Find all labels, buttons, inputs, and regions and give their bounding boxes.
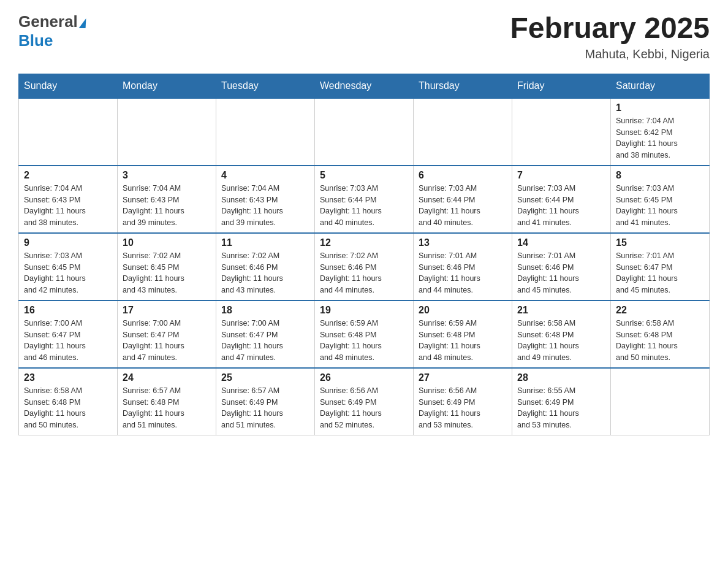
- calendar-cell: 3Sunrise: 7:04 AMSunset: 6:43 PMDaylight…: [118, 166, 216, 233]
- day-number: 13: [419, 237, 507, 248]
- calendar-cell: 6Sunrise: 7:03 AMSunset: 6:44 PMDaylight…: [414, 166, 512, 233]
- calendar-cell: [315, 98, 414, 166]
- calendar-header-row: SundayMondayTuesdayWednesdayThursdayFrid…: [19, 74, 710, 98]
- day-info-text: Sunrise: 6:59 AMSunset: 6:48 PMDaylight:…: [419, 318, 507, 364]
- calendar-cell: 19Sunrise: 6:59 AMSunset: 6:48 PMDayligh…: [315, 301, 414, 368]
- calendar-cell: 12Sunrise: 7:02 AMSunset: 6:46 PMDayligh…: [315, 233, 414, 301]
- day-number: 17: [123, 305, 211, 316]
- day-info-text: Sunrise: 7:00 AMSunset: 6:47 PMDaylight:…: [24, 318, 112, 364]
- month-year-title: February 2025: [510, 12, 710, 45]
- calendar-cell: [216, 98, 315, 166]
- day-info-text: Sunrise: 7:04 AMSunset: 6:42 PMDaylight:…: [616, 115, 704, 161]
- calendar-cell: 11Sunrise: 7:02 AMSunset: 6:46 PMDayligh…: [216, 233, 315, 301]
- day-number: 21: [517, 305, 605, 316]
- day-info-text: Sunrise: 7:03 AMSunset: 6:44 PMDaylight:…: [419, 183, 507, 229]
- calendar-cell: 18Sunrise: 7:00 AMSunset: 6:47 PMDayligh…: [216, 301, 315, 368]
- calendar-table: SundayMondayTuesdayWednesdayThursdayFrid…: [18, 74, 710, 435]
- day-number: 24: [123, 372, 211, 383]
- day-number: 26: [320, 372, 408, 383]
- calendar-cell: 21Sunrise: 6:58 AMSunset: 6:48 PMDayligh…: [512, 301, 611, 368]
- day-info-text: Sunrise: 6:58 AMSunset: 6:48 PMDaylight:…: [616, 318, 704, 364]
- logo-blue-text: Blue: [18, 31, 53, 50]
- calendar-cell: [512, 98, 611, 166]
- day-number: 22: [616, 305, 704, 316]
- day-info-text: Sunrise: 7:03 AMSunset: 6:45 PMDaylight:…: [24, 250, 112, 296]
- calendar-cell: 26Sunrise: 6:56 AMSunset: 6:49 PMDayligh…: [315, 368, 414, 435]
- logo-triangle-icon: [78, 18, 87, 28]
- calendar-cell: [19, 98, 118, 166]
- page-header: General Blue February 2025 Mahuta, Kebbi…: [18, 12, 710, 61]
- calendar-cell: 24Sunrise: 6:57 AMSunset: 6:48 PMDayligh…: [118, 368, 216, 435]
- calendar-cell: 27Sunrise: 6:56 AMSunset: 6:49 PMDayligh…: [414, 368, 512, 435]
- calendar-cell: [118, 98, 216, 166]
- calendar-cell: 10Sunrise: 7:02 AMSunset: 6:45 PMDayligh…: [118, 233, 216, 301]
- calendar-week-row: 23Sunrise: 6:58 AMSunset: 6:48 PMDayligh…: [19, 368, 710, 435]
- day-number: 28: [517, 372, 605, 383]
- day-info-text: Sunrise: 7:02 AMSunset: 6:45 PMDaylight:…: [123, 250, 211, 296]
- day-info-text: Sunrise: 7:01 AMSunset: 6:47 PMDaylight:…: [616, 250, 704, 296]
- day-info-text: Sunrise: 7:01 AMSunset: 6:46 PMDaylight:…: [517, 250, 605, 296]
- day-info-text: Sunrise: 7:04 AMSunset: 6:43 PMDaylight:…: [123, 183, 211, 229]
- day-number: 16: [24, 305, 112, 316]
- calendar-cell: 22Sunrise: 6:58 AMSunset: 6:48 PMDayligh…: [611, 301, 710, 368]
- calendar-week-row: 2Sunrise: 7:04 AMSunset: 6:43 PMDaylight…: [19, 166, 710, 233]
- day-info-text: Sunrise: 7:02 AMSunset: 6:46 PMDaylight:…: [221, 250, 309, 296]
- day-number: 25: [221, 372, 309, 383]
- day-number: 15: [616, 237, 704, 248]
- day-number: 11: [221, 237, 309, 248]
- calendar-week-row: 1Sunrise: 7:04 AMSunset: 6:42 PMDaylight…: [19, 98, 710, 166]
- day-info-text: Sunrise: 6:56 AMSunset: 6:49 PMDaylight:…: [320, 385, 408, 431]
- day-number: 4: [221, 170, 309, 181]
- day-number: 27: [419, 372, 507, 383]
- calendar-cell: 4Sunrise: 7:04 AMSunset: 6:43 PMDaylight…: [216, 166, 315, 233]
- day-info-text: Sunrise: 6:57 AMSunset: 6:49 PMDaylight:…: [221, 385, 309, 431]
- day-number: 6: [419, 170, 507, 181]
- day-number: 20: [419, 305, 507, 316]
- day-number: 10: [123, 237, 211, 248]
- weekday-header-tuesday: Tuesday: [216, 74, 315, 98]
- day-info-text: Sunrise: 6:56 AMSunset: 6:49 PMDaylight:…: [419, 385, 507, 431]
- calendar-cell: 28Sunrise: 6:55 AMSunset: 6:49 PMDayligh…: [512, 368, 611, 435]
- weekday-header-sunday: Sunday: [19, 74, 118, 98]
- day-info-text: Sunrise: 7:03 AMSunset: 6:44 PMDaylight:…: [320, 183, 408, 229]
- calendar-cell: 20Sunrise: 6:59 AMSunset: 6:48 PMDayligh…: [414, 301, 512, 368]
- calendar-cell: 23Sunrise: 6:58 AMSunset: 6:48 PMDayligh…: [19, 368, 118, 435]
- day-number: 3: [123, 170, 211, 181]
- calendar-cell: 5Sunrise: 7:03 AMSunset: 6:44 PMDaylight…: [315, 166, 414, 233]
- logo: General Blue: [18, 12, 86, 50]
- day-number: 8: [616, 170, 704, 181]
- day-number: 14: [517, 237, 605, 248]
- day-info-text: Sunrise: 7:02 AMSunset: 6:46 PMDaylight:…: [320, 250, 408, 296]
- day-info-text: Sunrise: 6:57 AMSunset: 6:48 PMDaylight:…: [123, 385, 211, 431]
- day-info-text: Sunrise: 7:04 AMSunset: 6:43 PMDaylight:…: [221, 183, 309, 229]
- day-info-text: Sunrise: 7:03 AMSunset: 6:45 PMDaylight:…: [616, 183, 704, 229]
- day-info-text: Sunrise: 7:00 AMSunset: 6:47 PMDaylight:…: [221, 318, 309, 364]
- day-info-text: Sunrise: 6:58 AMSunset: 6:48 PMDaylight:…: [24, 385, 112, 431]
- calendar-cell: [611, 368, 710, 435]
- calendar-cell: 8Sunrise: 7:03 AMSunset: 6:45 PMDaylight…: [611, 166, 710, 233]
- day-number: 18: [221, 305, 309, 316]
- calendar-cell: 14Sunrise: 7:01 AMSunset: 6:46 PMDayligh…: [512, 233, 611, 301]
- weekday-header-wednesday: Wednesday: [315, 74, 414, 98]
- calendar-cell: 16Sunrise: 7:00 AMSunset: 6:47 PMDayligh…: [19, 301, 118, 368]
- calendar-cell: [414, 98, 512, 166]
- day-number: 7: [517, 170, 605, 181]
- calendar-cell: 13Sunrise: 7:01 AMSunset: 6:46 PMDayligh…: [414, 233, 512, 301]
- calendar-cell: 1Sunrise: 7:04 AMSunset: 6:42 PMDaylight…: [611, 98, 710, 166]
- day-number: 9: [24, 237, 112, 248]
- calendar-cell: 9Sunrise: 7:03 AMSunset: 6:45 PMDaylight…: [19, 233, 118, 301]
- calendar-cell: 17Sunrise: 7:00 AMSunset: 6:47 PMDayligh…: [118, 301, 216, 368]
- weekday-header-monday: Monday: [118, 74, 216, 98]
- calendar-week-row: 9Sunrise: 7:03 AMSunset: 6:45 PMDaylight…: [19, 233, 710, 301]
- weekday-header-thursday: Thursday: [414, 74, 512, 98]
- logo-general-text: General: [18, 12, 78, 31]
- day-info-text: Sunrise: 7:01 AMSunset: 6:46 PMDaylight:…: [419, 250, 507, 296]
- day-number: 2: [24, 170, 112, 181]
- day-number: 1: [616, 102, 704, 113]
- day-info-text: Sunrise: 6:59 AMSunset: 6:48 PMDaylight:…: [320, 318, 408, 364]
- calendar-cell: 2Sunrise: 7:04 AMSunset: 6:43 PMDaylight…: [19, 166, 118, 233]
- day-number: 12: [320, 237, 408, 248]
- day-info-text: Sunrise: 7:04 AMSunset: 6:43 PMDaylight:…: [24, 183, 112, 229]
- day-info-text: Sunrise: 7:00 AMSunset: 6:47 PMDaylight:…: [123, 318, 211, 364]
- day-info-text: Sunrise: 7:03 AMSunset: 6:44 PMDaylight:…: [517, 183, 605, 229]
